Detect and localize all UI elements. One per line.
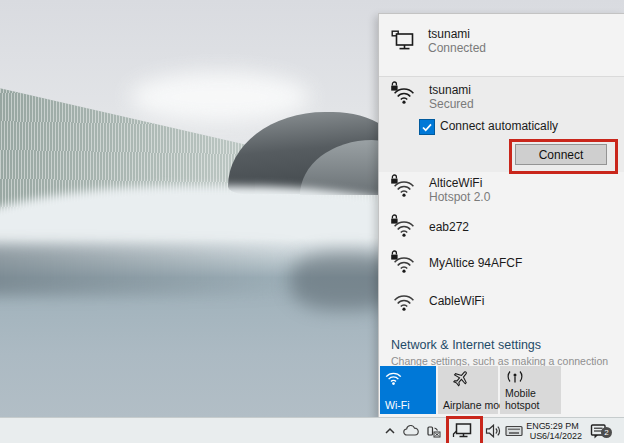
connect-automatically-checkbox[interactable] bbox=[419, 119, 435, 135]
selected-wifi-status: Secured bbox=[429, 97, 474, 112]
wifi-network-item[interactable]: AlticeWiFi Hotspot 2.0 bbox=[391, 176, 611, 205]
wifi-name: CableWiFi bbox=[429, 294, 484, 308]
onedrive-tray-button[interactable] bbox=[402, 418, 420, 443]
wifi-tile[interactable]: Wi-Fi bbox=[380, 366, 436, 414]
wifi-network-item[interactable]: MyAltice 94AFCF bbox=[391, 252, 611, 276]
wifi-icon bbox=[391, 290, 417, 314]
mobile-hotspot-tile[interactable]: Mobile hotspot bbox=[500, 366, 561, 414]
wifi-secured-icon bbox=[391, 216, 417, 240]
network-tray-button[interactable] bbox=[450, 418, 474, 443]
signal-disconnected-tray-button[interactable] bbox=[425, 418, 442, 443]
airplane-icon bbox=[452, 369, 470, 390]
wifi-name: AlticeWiFi bbox=[429, 176, 490, 190]
wifi-network-item[interactable]: eab272 bbox=[391, 216, 611, 240]
wifi-secured-icon bbox=[391, 176, 417, 200]
wifi-secured-icon bbox=[391, 252, 417, 276]
wifi-name: MyAltice 94AFCF bbox=[429, 256, 522, 270]
selected-wifi-item[interactable]: tsunami Secured Connect automatically Co… bbox=[379, 77, 624, 172]
show-hidden-icons-button[interactable] bbox=[382, 418, 398, 443]
ethernet-name: tsunami bbox=[428, 27, 486, 41]
ethernet-icon bbox=[391, 29, 416, 56]
wifi-network-item[interactable]: CableWiFi bbox=[391, 290, 611, 314]
volume-tray-button[interactable] bbox=[483, 418, 503, 443]
desktop-screen: tsunami Connected bbox=[0, 0, 624, 443]
clock[interactable]: 5:29 PM 6/14/2022 bbox=[542, 418, 582, 443]
connect-automatically-label: Connect automatically bbox=[440, 119, 558, 133]
network-settings-link[interactable]: Network & Internet settings bbox=[391, 338, 541, 352]
ethernet-status: Connected bbox=[428, 41, 486, 56]
touch-keyboard-tray-button[interactable] bbox=[504, 418, 524, 443]
selected-wifi-name: tsunami bbox=[429, 83, 474, 97]
checkmark-icon bbox=[422, 123, 432, 132]
cloud-icon bbox=[403, 425, 419, 437]
signal-x-icon bbox=[426, 424, 441, 438]
wallpaper-treeline bbox=[0, 244, 310, 296]
wifi-name: eab272 bbox=[429, 220, 469, 234]
wifi-detail: Hotspot 2.0 bbox=[429, 190, 490, 205]
network-flyout: tsunami Connected bbox=[378, 13, 624, 419]
wifi-tile-label: Wi-Fi bbox=[385, 399, 410, 411]
mobile-hotspot-tile-label: Mobile hotspot bbox=[505, 387, 551, 411]
network-ethernet-icon bbox=[452, 422, 473, 440]
notification-badge[interactable]: 2 bbox=[601, 427, 612, 438]
mobile-hotspot-icon bbox=[506, 370, 524, 387]
wallpaper-cloud bbox=[130, 72, 310, 122]
connect-button[interactable]: Connect bbox=[515, 144, 607, 165]
clock-time: 5:29 PM bbox=[542, 421, 582, 431]
airplane-mode-tile[interactable]: Airplane mode bbox=[438, 366, 498, 414]
wifi-secured-icon bbox=[391, 83, 417, 107]
wifi-tile-icon bbox=[385, 371, 402, 388]
clock-date: 6/14/2022 bbox=[542, 431, 582, 441]
chevron-up-icon bbox=[384, 426, 396, 436]
speaker-icon bbox=[485, 424, 502, 438]
touch-keyboard-icon bbox=[505, 425, 523, 437]
ethernet-network-item[interactable]: tsunami Connected bbox=[391, 27, 611, 56]
taskbar: ENG US 5:29 PM 6/14/2022 bbox=[0, 417, 624, 443]
